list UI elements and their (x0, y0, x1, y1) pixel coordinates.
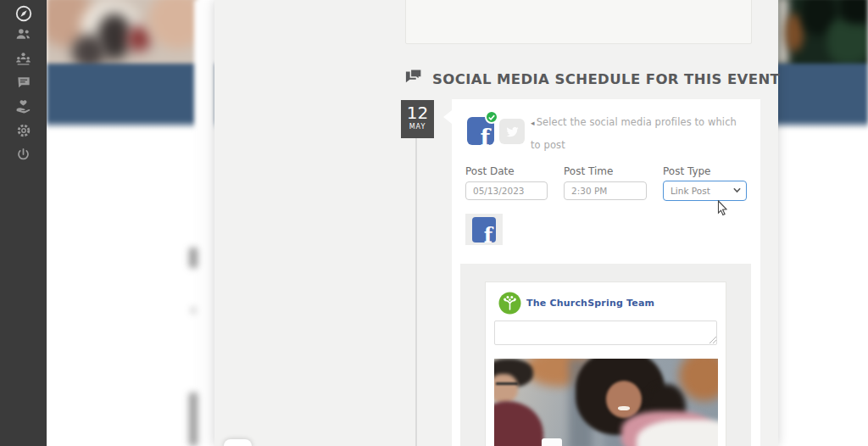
post-preview-container: The ChurchSpring Team (460, 264, 751, 446)
comments-icon (403, 68, 424, 85)
members-icon[interactable] (0, 23, 47, 45)
facebook-icon: f (472, 217, 496, 243)
date-month: MAY (401, 123, 434, 131)
facebook-icon: f (480, 125, 490, 145)
timeline-line (415, 138, 417, 446)
screen: SOCIAL MEDIA SCHEDULE FOR THIS EVENT 12 … (0, 0, 868, 446)
textarea-resize-grip[interactable] (709, 337, 716, 343)
post-message-input[interactable] (494, 321, 717, 345)
twitter-icon (505, 125, 520, 139)
date-day: 12 (401, 103, 434, 123)
post-date-label: Post Date (465, 165, 515, 177)
settings-icon[interactable] (0, 120, 47, 142)
giving-icon[interactable] (0, 95, 47, 117)
schedule-card: f ◂Select the social media profiles to w… (452, 99, 760, 446)
twitter-profile-button[interactable] (499, 119, 525, 144)
timeline-date-badge: 12 MAY (401, 100, 434, 138)
facebook-post-preview: The ChurchSpring Team (485, 282, 726, 446)
left-arrow-glyph: ◂ (531, 119, 535, 127)
mouse-cursor (717, 200, 729, 217)
post-time-label: Post Time (564, 165, 613, 177)
selected-check-icon (485, 110, 498, 124)
upper-section-box (405, 0, 752, 44)
post-type-label: Post Type (663, 165, 710, 177)
chevron-down-icon (733, 187, 741, 193)
bottom-left-tab[interactable] (224, 439, 252, 446)
compass-icon[interactable] (0, 3, 47, 25)
facebook-network-tab[interactable]: f (465, 214, 503, 245)
churchspring-logo-icon (498, 292, 521, 315)
post-image (494, 359, 718, 446)
messages-icon[interactable] (0, 71, 47, 93)
post-date-input[interactable] (465, 181, 548, 200)
main-panel: SOCIAL MEDIA SCHEDULE FOR THIS EVENT 12 … (214, 0, 778, 446)
background-header-photo-left (47, 0, 198, 67)
post-type-select[interactable]: Link Post (663, 181, 747, 201)
card-arrow (443, 110, 452, 124)
section-title: SOCIAL MEDIA SCHEDULE FOR THIS EVENT (432, 71, 780, 87)
sidebar (0, 0, 47, 446)
post-author-name: The ChurchSpring Team (526, 298, 654, 309)
power-icon[interactable] (0, 143, 47, 165)
background-header-photo-right (776, 0, 868, 65)
post-time-input[interactable] (564, 181, 647, 200)
profiles-hint: ◂Select the social media profiles to whi… (531, 111, 747, 156)
post-type-selected-value: Link Post (670, 186, 710, 196)
background-page-strip (194, 0, 215, 446)
groups-icon[interactable] (0, 47, 47, 70)
